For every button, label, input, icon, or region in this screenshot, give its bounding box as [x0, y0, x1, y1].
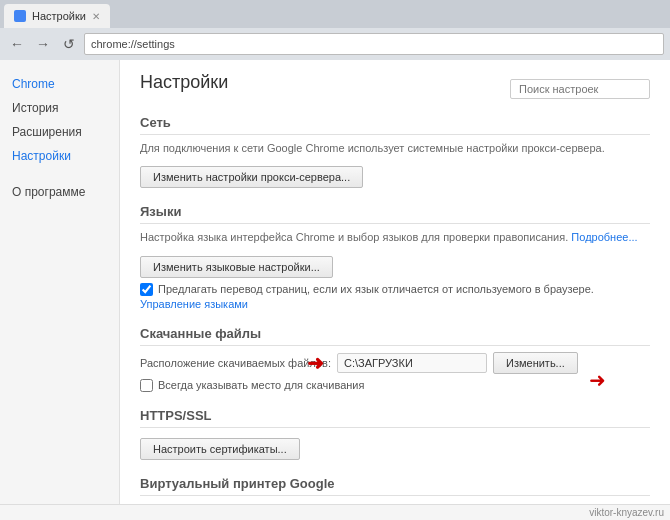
cloud-print-desc: Настройка принтеров с помощью технологии… [140, 502, 650, 504]
downloads-path-input[interactable] [337, 353, 487, 373]
proxy-settings-button[interactable]: Изменить настройки прокси-сервера... [140, 166, 363, 188]
refresh-button[interactable]: ↺ [58, 33, 80, 55]
network-desc: Для подключения к сети Google Chrome исп… [140, 141, 650, 156]
search-input[interactable] [510, 79, 650, 99]
change-location-button[interactable]: Изменить... [493, 352, 578, 374]
cloud-print-more-link[interactable]: Подробнее... [532, 503, 598, 504]
section-cloud-print: Виртуальный принтер Google Настройка при… [140, 476, 650, 504]
active-tab[interactable]: Настройки ✕ [4, 4, 110, 28]
section-languages: Языки Настройка языка интерфейса Chrome … [140, 204, 650, 309]
translate-checkbox[interactable] [140, 283, 153, 296]
downloads-row: Расположение скачиваемых файлов: ➜ ➜ Изм… [140, 352, 650, 374]
tab-close-button[interactable]: ✕ [92, 11, 100, 22]
languages-desc: Настройка языка интерфейса Chrome и выбо… [140, 230, 650, 245]
cloud-print-title: Виртуальный принтер Google [140, 476, 650, 496]
https-title: HTTPS/SSL [140, 408, 650, 428]
languages-title: Языки [140, 204, 650, 224]
ask-location-checkbox-row: Всегда указывать место для скачивания [140, 379, 650, 392]
footer-credit: viktor-knyazev.ru [0, 504, 670, 520]
translate-checkbox-row: Предлагать перевод страниц, если их язык… [140, 283, 650, 296]
address-text: chrome://settings [91, 38, 175, 50]
page-title: Настройки [140, 72, 228, 93]
browser-content: Chrome История Расширения Настройки О пр… [0, 60, 670, 504]
ask-location-checkbox[interactable] [140, 379, 153, 392]
section-network: Сеть Для подключения к сети Google Chrom… [140, 115, 650, 188]
sidebar-item-chrome[interactable]: Chrome [0, 72, 119, 96]
arrow-left-indicator: ➜ [307, 351, 324, 375]
language-settings-button[interactable]: Изменить языковые настройки... [140, 256, 333, 278]
downloads-location-label: Расположение скачиваемых файлов: [140, 357, 331, 369]
browser-frame: Настройки ✕ ← → ↺ chrome://settings Chro… [0, 0, 670, 520]
section-https: HTTPS/SSL Настроить сертификаты... [140, 408, 650, 460]
sidebar-item-history[interactable]: История [0, 96, 119, 120]
sidebar: Chrome История Расширения Настройки О пр… [0, 60, 120, 504]
main-content: Настройки Сеть Для подключения к сети Go… [120, 60, 670, 504]
section-downloads: Скачанные файлы Расположение скачиваемых… [140, 326, 650, 392]
sidebar-item-settings[interactable]: Настройки [0, 144, 119, 168]
tab-bar: Настройки ✕ [0, 0, 670, 28]
languages-more-link[interactable]: Подробнее... [571, 231, 637, 243]
network-title: Сеть [140, 115, 650, 135]
ask-location-label: Всегда указывать место для скачивания [158, 379, 364, 391]
downloads-title: Скачанные файлы [140, 326, 650, 346]
address-bar[interactable]: chrome://settings [84, 33, 664, 55]
tab-favicon [14, 10, 26, 22]
back-button[interactable]: ← [6, 33, 28, 55]
translate-label: Предлагать перевод страниц, если их язык… [158, 283, 594, 295]
header-row: Настройки [140, 72, 650, 105]
certs-button[interactable]: Настроить сертификаты... [140, 438, 300, 460]
address-bar-row: ← → ↺ chrome://settings [0, 28, 670, 60]
sidebar-item-about[interactable]: О программе [0, 180, 119, 204]
forward-button[interactable]: → [32, 33, 54, 55]
tab-label: Настройки [32, 10, 86, 22]
arrow-right-indicator: ➜ [589, 368, 606, 392]
sidebar-item-extensions[interactable]: Расширения [0, 120, 119, 144]
manage-languages-link[interactable]: Управление языками [140, 298, 650, 310]
